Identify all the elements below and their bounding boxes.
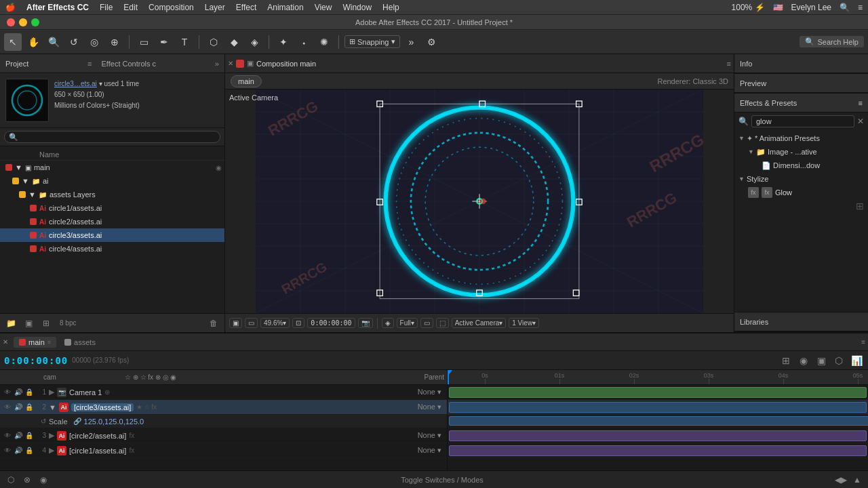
list-item[interactable]: Ai circle1/assets.ai: [0, 201, 224, 215]
effects-search-input[interactable]: [751, 115, 854, 127]
layer-visibility-toggle[interactable]: 👁: [3, 431, 12, 441]
layer-parent-dropdown[interactable]: None ▾: [418, 446, 441, 455]
layer-property-row[interactable]: ↺ Scale 🔗 125.0,125.0,125.0: [0, 415, 447, 428]
track-lane-circle1[interactable]: [448, 443, 868, 458]
menu-edit[interactable]: Edit: [123, 3, 138, 12]
apple-menu[interactable]: 🍎: [5, 3, 16, 12]
maximize-window-button[interactable]: [31, 18, 39, 26]
layer-parent-dropdown[interactable]: None ▾: [418, 403, 441, 411]
light-tool[interactable]: ✺: [315, 33, 333, 51]
glow-item[interactable]: fx fx Glow: [734, 186, 868, 199]
layer-audio-toggle[interactable]: 🔊: [14, 431, 23, 441]
toggle-snapping-timeline[interactable]: ⊞: [778, 353, 793, 368]
delete-button[interactable]: 🗑: [207, 317, 220, 330]
layer-collapse-toggle[interactable]: ☆: [144, 403, 150, 411]
pin-tool[interactable]: ✦: [275, 33, 292, 51]
preview-box-button[interactable]: ▭: [245, 318, 258, 328]
animation-presets-row[interactable]: ▼ ✦ * Animation Presets: [734, 131, 868, 145]
new-item-button[interactable]: ⊞: [39, 317, 53, 330]
table-row[interactable]: 👁 🔊 🔒 2 ▼ Ai [circle3/assets.ai] ★ ☆ fx …: [0, 400, 447, 415]
menu-icon[interactable]: ≡: [858, 3, 863, 12]
menu-layer[interactable]: Layer: [205, 3, 225, 12]
project-filename[interactable]: circle3…ets.ai: [54, 80, 97, 87]
view-count-dropdown[interactable]: 1 View ▾: [509, 318, 539, 328]
minimize-window-button[interactable]: [19, 18, 27, 26]
rect-shape-tool[interactable]: ▭: [135, 33, 153, 51]
timeline-play-back[interactable]: ◀▶: [834, 473, 848, 487]
orbit-tool[interactable]: ◎: [85, 33, 103, 51]
timeline-tab-main[interactable]: main ≡: [14, 337, 56, 348]
menu-window[interactable]: Window: [342, 3, 372, 12]
composition-viewport[interactable]: Active Camera: [225, 89, 734, 313]
timeline-tracks[interactable]: 0s 01s 02s 03s: [448, 370, 868, 470]
comp-tab-close-button[interactable]: ✕: [228, 60, 233, 67]
rotate-tool[interactable]: ↺: [65, 33, 83, 51]
app-name-menu[interactable]: After Effects CC: [26, 3, 89, 12]
view-dropdown[interactable]: Active Camera ▾: [452, 318, 507, 328]
effects-presets-header[interactable]: Effects & Presets ≡: [734, 94, 868, 113]
project-expand-icon[interactable]: »: [215, 60, 219, 68]
playhead[interactable]: [448, 370, 449, 384]
project-search-input[interactable]: [4, 131, 220, 143]
timeline-options-menu[interactable]: ≡: [861, 338, 865, 346]
graph-editor[interactable]: 📊: [849, 353, 864, 368]
new-comp-button[interactable]: ▣: [22, 317, 35, 330]
preview-type-button[interactable]: ▣: [229, 318, 242, 328]
project-panel-menu-icon[interactable]: ≡: [87, 60, 92, 68]
track-lane-circle2[interactable]: [448, 428, 868, 443]
list-item[interactable]: Ai circle2/assets.ai: [0, 215, 224, 228]
more-tools-button[interactable]: »: [403, 33, 420, 51]
search-icon[interactable]: 🔍: [840, 3, 850, 12]
camera-tool[interactable]: ⬩: [295, 33, 313, 51]
timeline-tab-main-close[interactable]: ≡: [47, 339, 51, 346]
track-xy-tool[interactable]: ⊕: [106, 33, 123, 51]
presets-dimensi-item[interactable]: 📄 Dimensi...dow: [734, 159, 868, 172]
timeline-mode-toggle[interactable]: Toggle Switches / Modes: [401, 476, 484, 484]
snapshot-button[interactable]: 📷: [358, 318, 373, 328]
menu-file[interactable]: File: [100, 3, 113, 12]
text-tool[interactable]: T: [176, 33, 193, 51]
hand-tool[interactable]: ✋: [24, 33, 42, 51]
layer-lock-toggle[interactable]: 🔒: [24, 388, 34, 397]
track-lane-circle3[interactable]: [448, 400, 868, 415]
close-window-button[interactable]: [7, 18, 15, 26]
layer-effect-toggle[interactable]: fx: [151, 403, 157, 411]
list-item[interactable]: Ai circle3/assets.ai: [0, 228, 224, 242]
eraser-tool[interactable]: ◈: [245, 33, 263, 51]
new-folder-button[interactable]: 📁: [4, 317, 18, 330]
timeline-solo[interactable]: ◉: [37, 473, 50, 487]
stylize-row[interactable]: ▼ Stylize: [734, 172, 868, 186]
layer-effect-toggle[interactable]: fx: [129, 432, 134, 439]
layer-audio-toggle[interactable]: 🔊: [14, 446, 23, 455]
effects-menu-icon[interactable]: ≡: [859, 99, 863, 107]
layer-audio-toggle[interactable]: 🔊: [14, 388, 23, 397]
layer-expand-btn[interactable]: ▶: [49, 446, 54, 455]
menu-view[interactable]: View: [315, 3, 332, 12]
comp-options-button[interactable]: ≡: [727, 60, 731, 68]
menu-animation[interactable]: Animation: [267, 3, 303, 12]
enable-3d[interactable]: ⬡: [831, 353, 846, 368]
libraries-header[interactable]: Libraries: [734, 312, 868, 331]
renderer-value[interactable]: Classic 3D: [692, 77, 728, 85]
info-header[interactable]: Info: [734, 54, 868, 73]
scale-property-value[interactable]: 125.0,125.0,125.0: [84, 418, 144, 426]
timeline-panel-close[interactable]: ✕: [3, 338, 8, 346]
timeline-tab-assets[interactable]: assets: [59, 337, 101, 348]
current-timecode[interactable]: 0:00:00:00: [4, 355, 68, 366]
layer-expand-btn[interactable]: ▶: [49, 388, 54, 396]
quality-dropdown[interactable]: Full ▾: [397, 318, 418, 328]
layer-parent-dropdown[interactable]: None ▾: [418, 388, 441, 396]
layer-lock-toggle[interactable]: 🔒: [24, 446, 34, 455]
effect-controls-tab[interactable]: Effect Controls c: [102, 60, 157, 68]
sub-track-scale[interactable]: [448, 415, 868, 428]
effects-search-clear[interactable]: ✕: [857, 117, 864, 126]
layer-solo-toggle[interactable]: ★: [136, 403, 142, 411]
menu-help[interactable]: Help: [382, 3, 399, 12]
table-row[interactable]: 👁 🔊 🔒 1 ▶ 📷 Camera 1 ⊕ None ▾: [0, 385, 447, 400]
timeline-keyframe-nav[interactable]: ▲: [850, 473, 864, 487]
search-help-bar[interactable]: 🔍 Search Help: [800, 36, 864, 47]
comp-name-pill[interactable]: main: [231, 75, 262, 87]
layer-3d-toggle[interactable]: ⊕: [104, 388, 110, 396]
timeline-cycle-comp[interactable]: ⊗: [20, 473, 34, 487]
layer-parent-dropdown[interactable]: None ▾: [418, 431, 441, 440]
